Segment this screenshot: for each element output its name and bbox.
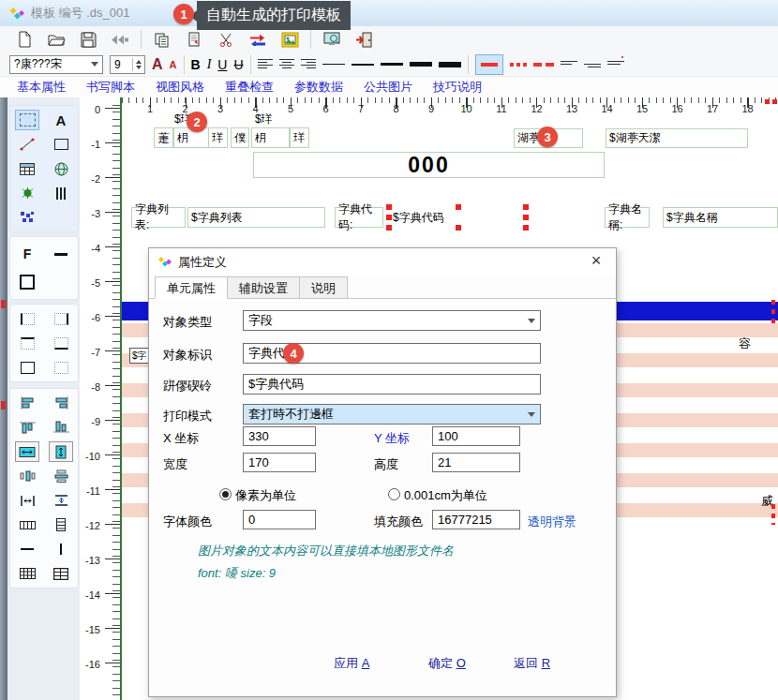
selection-handle[interactable]	[456, 204, 461, 210]
menu-item-view-style[interactable]: 视图风格	[156, 79, 204, 96]
font-color-input[interactable]: 0	[243, 510, 316, 529]
canvas-dict-label[interactable]: 字典名稱:	[605, 207, 650, 228]
paste-button[interactable]	[183, 29, 205, 50]
dialog-title-bar[interactable]: 属性定义 ×	[149, 248, 616, 276]
square-tool[interactable]	[15, 272, 39, 292]
selection-handle[interactable]	[386, 204, 392, 210]
italic-button[interactable]: I	[207, 57, 212, 72]
red-dotted-line-button[interactable]	[510, 63, 527, 67]
align-left-edges-button[interactable]	[15, 393, 39, 413]
canvas-field[interactable]: 珜	[208, 127, 228, 148]
text-tool[interactable]: A	[49, 110, 73, 130]
font-size-spinner[interactable]: 9	[110, 55, 145, 74]
canvas-counter-field[interactable]: 000	[253, 152, 605, 178]
menu-item-script[interactable]: 书写脚本	[86, 79, 135, 96]
grid-large-button[interactable]	[49, 563, 73, 584]
bold-button[interactable]: B	[191, 57, 201, 72]
same-width-button[interactable]	[15, 490, 39, 511]
menu-item-tips[interactable]: 技巧说明	[433, 79, 482, 96]
canvas-dict-label[interactable]: 字典代码:	[335, 207, 383, 228]
border-bottom-button[interactable]	[49, 333, 73, 353]
line-tool[interactable]	[15, 134, 39, 155]
line-style-1-button[interactable]	[561, 56, 577, 73]
new-file-button[interactable]	[13, 29, 36, 50]
tab-aux-settings[interactable]: 辅助设置	[227, 276, 300, 299]
bitmap-tool[interactable]	[15, 207, 39, 228]
open-file-button[interactable]	[45, 29, 67, 50]
height-input[interactable]: 21	[432, 453, 520, 472]
globe-tool[interactable]	[49, 158, 73, 179]
center-vertical-button[interactable]	[49, 441, 73, 462]
font-name-combobox[interactable]: ?康???宋	[9, 55, 103, 74]
line-style-3-button[interactable]	[607, 56, 624, 73]
line-width-1-button[interactable]	[322, 64, 345, 65]
selection-handle[interactable]	[386, 225, 392, 231]
menu-item-basic-props[interactable]: 基本属性	[17, 79, 66, 96]
unit-cm-radio[interactable]	[388, 488, 400, 500]
preview-button[interactable]	[321, 29, 343, 50]
selection-handle[interactable]	[523, 225, 529, 231]
tab-unit-props[interactable]: 单元属性	[155, 276, 228, 299]
line-width-2-button[interactable]	[352, 64, 374, 66]
unit-pixel-radio[interactable]	[219, 488, 232, 500]
canvas-dict-value[interactable]: $字典列表	[187, 207, 325, 228]
line-style-2-button[interactable]	[584, 56, 601, 73]
dash-tool[interactable]	[49, 244, 73, 264]
bug-tool[interactable]	[15, 183, 39, 203]
canvas-field[interactable]: 萐	[154, 127, 173, 148]
red-solid-line-button[interactable]	[475, 54, 503, 75]
object-type-select[interactable]: 字段	[243, 310, 541, 331]
return-button[interactable]: 返回 R	[514, 655, 550, 672]
border-right-button[interactable]	[49, 308, 73, 329]
same-height-button[interactable]	[49, 490, 73, 511]
field-tool[interactable]: F	[15, 244, 39, 264]
border-all-button[interactable]	[15, 357, 39, 378]
exit-button[interactable]	[352, 29, 375, 50]
save-button[interactable]	[77, 29, 99, 50]
default-value-input[interactable]: $字典代码	[243, 374, 541, 395]
print-mode-select[interactable]: 套打時不打邊框	[243, 404, 541, 424]
red-dashed-line-button[interactable]	[533, 63, 554, 67]
selection-handle[interactable]	[386, 215, 392, 220]
line-width-3-button[interactable]	[381, 63, 403, 66]
strikethrough-button[interactable]: U	[233, 57, 243, 72]
selection-handle[interactable]	[523, 215, 529, 220]
line-width-5-button[interactable]	[439, 62, 461, 67]
insert-image-button[interactable]	[278, 29, 301, 50]
transparent-bg-link[interactable]: 透明背景	[528, 514, 576, 530]
canvas-field[interactable]: 枂	[251, 127, 290, 148]
spinner-arrows-icon[interactable]	[132, 58, 144, 71]
align-bottom-edges-button[interactable]	[49, 417, 73, 438]
apply-button[interactable]: 应用 A	[334, 655, 369, 672]
distribute-vertical-button[interactable]	[49, 466, 73, 486]
selection-handle[interactable]	[456, 225, 461, 231]
center-horizontal-button[interactable]	[15, 441, 39, 462]
align-right-button[interactable]	[301, 56, 316, 73]
menu-item-parameters[interactable]: 参数数据	[294, 79, 343, 96]
border-left-button[interactable]	[15, 308, 39, 329]
copy-button[interactable]	[151, 29, 173, 50]
fill-color-input[interactable]: 16777215	[432, 510, 520, 529]
x-coord-input[interactable]: 330	[243, 426, 316, 446]
close-icon[interactable]: ×	[586, 251, 606, 271]
menu-item-shared-images[interactable]: 公共图片	[364, 79, 412, 96]
align-left-button[interactable]	[258, 56, 273, 73]
border-top-button[interactable]	[15, 333, 39, 353]
marquee-select-tool[interactable]	[15, 110, 39, 130]
canvas-dict-label[interactable]: 字典列表:	[131, 207, 186, 228]
ok-button[interactable]: 确定 O	[428, 655, 466, 672]
font-shrink-button[interactable]: A	[170, 59, 177, 70]
menu-item-overlap-check[interactable]: 重叠检查	[225, 79, 274, 96]
cut-button[interactable]	[215, 29, 237, 50]
underline-button[interactable]: U	[217, 57, 227, 72]
y-coord-input[interactable]: 100	[432, 426, 520, 446]
border-none-button[interactable]	[49, 357, 73, 378]
table-tool[interactable]	[15, 158, 39, 179]
grid-small-button[interactable]	[15, 563, 39, 584]
barcode-tool[interactable]	[49, 183, 73, 203]
canvas-field-fragment[interactable]: $字	[129, 348, 150, 364]
horizontal-line-button[interactable]	[15, 539, 39, 559]
columns-button[interactable]	[15, 514, 39, 535]
line-width-4-button[interactable]	[410, 62, 432, 67]
canvas-field-title-var[interactable]: $湖葶天潔	[606, 128, 748, 148]
